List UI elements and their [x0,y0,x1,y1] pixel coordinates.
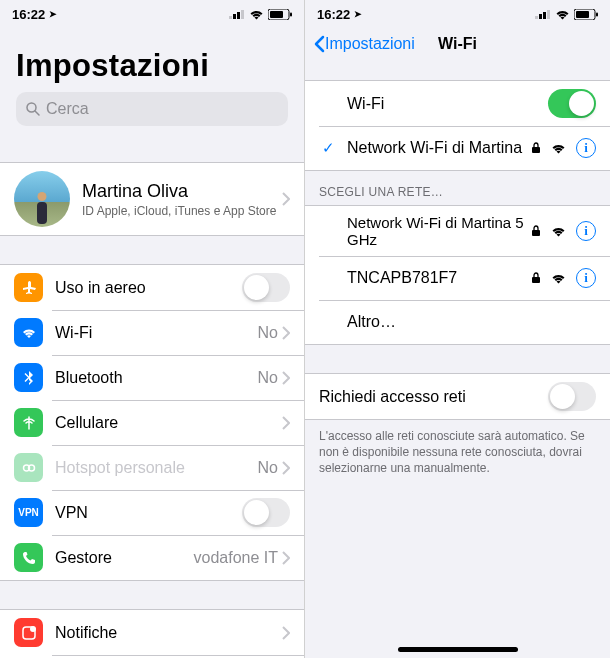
svg-rect-5 [270,11,283,18]
cellular-label: Cellulare [55,414,282,432]
lock-icon [531,272,541,284]
back-button[interactable]: Impostazioni [313,35,415,53]
wifi-signal-icon [551,273,566,284]
wifi-screen: 16:22➤ Impostazioni Wi-Fi Wi-Fi ✓ Networ… [305,0,610,658]
bluetooth-icon [14,363,43,392]
cellular-row[interactable]: Cellulare [0,400,304,445]
network-row[interactable]: TNCAPB781F7 i [305,256,610,300]
ask-group: Richiedi accesso reti [305,373,610,420]
profile-group: Martina Oliva ID Apple, iCloud, iTunes e… [0,162,304,236]
wifi-row[interactable]: Wi-Fi No [0,310,304,355]
profile-sub: ID Apple, iCloud, iTunes e App Store [82,204,282,218]
wifi-signal-icon [551,143,566,154]
other-network-row[interactable]: Altro… [305,300,610,344]
svg-rect-6 [290,12,292,16]
status-bar: 16:22➤ [0,0,304,24]
chevron-right-icon [282,192,290,206]
wifi-toggle[interactable] [548,89,596,118]
svg-rect-1 [233,14,236,19]
checkmark-icon: ✓ [319,139,337,157]
search-placeholder: Cerca [46,100,89,118]
hotspot-row[interactable]: Hotspot personale No [0,445,304,490]
hotspot-icon [14,453,43,482]
apple-id-row[interactable]: Martina Oliva ID Apple, iCloud, iTunes e… [0,163,304,235]
hotspot-label: Hotspot personale [55,459,258,477]
svg-rect-0 [229,16,232,19]
battery-icon [574,9,598,20]
avatar [14,171,70,227]
svg-rect-25 [532,230,540,236]
hotspot-value: No [258,459,278,477]
chevron-right-icon [282,371,290,385]
svg-rect-19 [543,12,546,19]
wifi-value: No [258,324,278,342]
home-indicator[interactable] [398,647,518,652]
settings-screen: 16:22➤ Impostazioni Cerca Martina Oliva … [0,0,305,658]
search-icon [26,102,40,116]
svg-rect-2 [237,12,240,19]
notifications-label: Notifiche [55,624,282,642]
info-button[interactable]: i [576,268,596,288]
notifications-icon [14,618,43,647]
svg-rect-20 [547,10,550,19]
vpn-icon: VPN [14,498,43,527]
status-time: 16:22 [317,7,350,22]
signal-icon [535,9,551,19]
svg-rect-18 [539,14,542,19]
networks-group: Network Wi-Fi di Martina 5 GHz i TNCAPB7… [305,205,610,345]
carrier-label: Gestore [55,549,194,567]
wifi-status-icon [555,9,570,20]
bluetooth-row[interactable]: Bluetooth No [0,355,304,400]
vpn-toggle[interactable] [242,498,290,527]
vpn-row[interactable]: VPN VPN [0,490,304,535]
notifications-group: Notifiche Centro di Controllo Non distur… [0,609,304,658]
airplane-row[interactable]: Uso in aereo [0,265,304,310]
wifi-signal-icon [551,226,566,237]
bluetooth-label: Bluetooth [55,369,258,387]
lock-icon [531,225,541,237]
wifi-scroll[interactable]: Wi-Fi ✓ Network Wi-Fi di Martina i SCEGL… [305,64,610,658]
wifi-toggle-group: Wi-Fi ✓ Network Wi-Fi di Martina i [305,80,610,171]
carrier-row[interactable]: Gestore vodafone IT [0,535,304,580]
chevron-right-icon [282,551,290,565]
network-row[interactable]: Network Wi-Fi di Martina 5 GHz i [305,206,610,256]
nav-bar: Impostazioni Wi-Fi [305,24,610,64]
lock-icon [531,142,541,154]
chevron-right-icon [282,326,290,340]
location-icon: ➤ [354,9,362,19]
svg-rect-26 [532,277,540,283]
chevron-right-icon [282,416,290,430]
battery-icon [268,9,292,20]
status-bar: 16:22➤ [305,0,610,24]
svg-rect-3 [241,10,244,19]
info-button[interactable]: i [576,138,596,158]
airplane-label: Uso in aereo [55,279,242,297]
ask-toggle[interactable] [548,382,596,411]
signal-icon [229,9,245,19]
wifi-toggle-row[interactable]: Wi-Fi [305,81,610,126]
airplane-toggle[interactable] [242,273,290,302]
phone-icon [14,543,43,572]
notifications-row[interactable]: Notifiche [0,610,304,655]
chevron-right-icon [282,626,290,640]
vpn-label: VPN [55,504,242,522]
settings-scroll[interactable]: Martina Oliva ID Apple, iCloud, iTunes e… [0,134,304,658]
svg-point-12 [30,626,36,632]
bluetooth-value: No [258,369,278,387]
svg-rect-17 [535,16,538,19]
svg-rect-24 [532,147,540,153]
other-label: Altro… [347,313,596,331]
ask-to-join-row[interactable]: Richiedi accesso reti [305,374,610,419]
info-button[interactable]: i [576,221,596,241]
search-input[interactable]: Cerca [16,92,288,126]
carrier-value: vodafone IT [194,549,279,567]
chevron-right-icon [282,461,290,475]
airplane-icon [14,273,43,302]
connected-network-row[interactable]: ✓ Network Wi-Fi di Martina i [305,126,610,170]
svg-rect-22 [576,11,589,18]
ask-footer: L'accesso alle reti conosciute sarà auto… [305,420,610,489]
wifi-label: Wi-Fi [55,324,258,342]
page-title: Impostazioni [16,48,288,84]
back-label: Impostazioni [325,35,415,53]
connectivity-group: Uso in aereo Wi-Fi No Bluetooth No Cellu… [0,264,304,581]
